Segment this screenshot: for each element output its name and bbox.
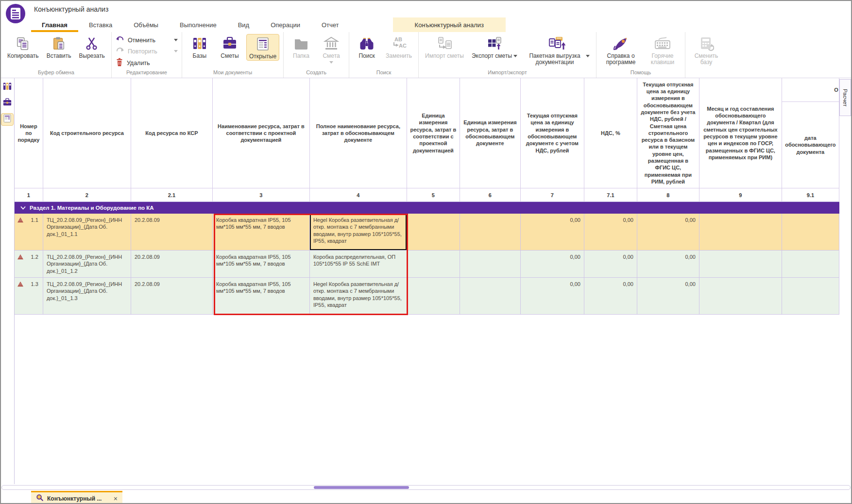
cell-price-vat[interactable]: 0,00 [521, 278, 584, 315]
cut-button[interactable]: Вырезать [77, 34, 107, 60]
cell-code[interactable]: ТЦ_20.2.08.09_{Регион}_{ИНН Организации}… [43, 278, 131, 315]
cell-date[interactable] [782, 214, 839, 251]
section-header-row[interactable]: Раздел 1. Материалы и Оборудование по КА [15, 202, 839, 214]
header-fullname-doc[interactable]: Полное наименование ресурса, затрат в об… [310, 78, 407, 188]
cell-month[interactable] [699, 278, 782, 315]
col-num-5[interactable]: 5 [407, 188, 460, 202]
close-tab-icon[interactable]: × [114, 495, 118, 502]
group-label-search: Поиск [353, 69, 414, 77]
tab-glavnaya[interactable]: Главная [31, 17, 78, 32]
copy-button[interactable]: Копировать [5, 34, 41, 60]
cell-ksr[interactable]: 20.2.08.09 [131, 278, 213, 315]
header-ksr-code[interactable]: Код ресурса по КСР [131, 78, 213, 188]
bases-button[interactable]: Базы [186, 34, 213, 60]
tab-obyomy[interactable]: Объёмы [123, 17, 169, 32]
tab-vid[interactable]: Вид [227, 17, 260, 32]
batch-dropdown-icon[interactable] [586, 55, 590, 57]
change-db-button: Сменить базу [689, 34, 723, 67]
batch-upload-button[interactable]: Пакетная выгрузка документации [523, 34, 592, 67]
batch-upload-icon [548, 34, 567, 53]
cell-fullname[interactable]: Коробка распределительная, ОП 105*105*55… [310, 251, 407, 278]
collapse-chevron-icon[interactable] [20, 205, 26, 211]
col-num-8[interactable]: 8 [637, 188, 699, 202]
calc-side-tab[interactable]: Расчет [839, 79, 851, 116]
col-num-6[interactable]: 6 [460, 188, 521, 202]
cell-price-vat[interactable]: 0,00 [521, 214, 584, 251]
col-num-9[interactable]: 9 [699, 188, 782, 202]
cell-name[interactable]: Коробка квадратная IP55, 105 мм*105 мм*5… [213, 251, 310, 278]
header-month-year[interactable]: Месяц и год составления обосновывающего … [699, 78, 782, 188]
cell-unit-project[interactable] [407, 251, 460, 278]
cell-month[interactable] [699, 251, 782, 278]
header-price-with-vat[interactable]: Текущая отпускная цена за единицу измере… [521, 78, 584, 188]
col-num-3[interactable]: 3 [213, 188, 310, 202]
cell-unit-doc[interactable] [460, 278, 521, 315]
cell-vat[interactable]: 0,00 [584, 214, 637, 251]
col-num-9-1[interactable]: 9.1 [782, 188, 839, 202]
paste-button[interactable]: Вставить [44, 34, 74, 60]
scrollbar-thumb[interactable] [314, 486, 409, 489]
tab-vstavka[interactable]: Вставка [78, 17, 123, 32]
estimates-button[interactable]: Сметы [216, 34, 243, 60]
cell-unit-doc[interactable] [460, 251, 521, 278]
export-smeta-button[interactable]: Экспорт сметы [469, 34, 520, 60]
header-unit-project[interactable]: Единица измерения ресурса, затрат в соот… [407, 78, 460, 188]
scrollbar-track[interactable] [1, 485, 851, 490]
about-button[interactable]: Справка о программе [600, 34, 641, 67]
cell-fullname-selected[interactable]: Hegel Коробка разветвительная д/откр. мо… [310, 214, 407, 251]
document-tab[interactable]: Конъюнктурный ... × [31, 491, 122, 504]
col-num-7-1[interactable]: 7.1 [584, 188, 637, 202]
cell-price[interactable]: 0,00 [637, 251, 699, 278]
group-label-mydocs: Мои документы [186, 69, 279, 77]
export-dropdown-icon[interactable] [513, 55, 517, 57]
header-resource-code[interactable]: Код строительного ресурса [43, 78, 131, 188]
cell-code[interactable]: ТЦ_20.2.08.09_{Регион}_{ИНН Организации}… [43, 251, 131, 278]
tab-operacii[interactable]: Операции [260, 17, 311, 32]
cell-vat[interactable]: 0,00 [584, 278, 637, 315]
cell-date[interactable] [782, 251, 839, 278]
cell-price[interactable]: 0,00 [637, 214, 699, 251]
col-num-4[interactable]: 4 [310, 188, 407, 202]
header-price-without-vat[interactable]: Текущая отпускная цена за единицу измере… [637, 78, 699, 188]
cell-price-vat[interactable]: 0,00 [521, 251, 584, 278]
header-doc-date-group[interactable]: О дата обосновывающего документа [782, 78, 839, 188]
tab-konyunkturny-analiz[interactable]: Конъюнктурный анализ [393, 17, 506, 32]
header-number[interactable]: Номер по порядку [15, 78, 43, 188]
briefcase-mini-icon [2, 98, 12, 109]
cell-name[interactable]: Коробка квадратная IP55, 105 мм*105 мм*5… [213, 278, 310, 315]
sidebar-estimates-button[interactable] [1, 97, 14, 110]
delete-button[interactable]: Удалить [116, 58, 178, 68]
open-document-mini-icon [2, 114, 12, 125]
row-number: 1.3 [31, 281, 38, 287]
sidebar-open-docs-button[interactable] [1, 113, 14, 126]
cell-code[interactable]: ТЦ_20.2.08.09_{Регион}_{ИНН Организации}… [43, 214, 131, 251]
col-num-7[interactable]: 7 [521, 188, 584, 202]
cell-month[interactable] [699, 214, 782, 251]
ribbon-group-mydocs: Базы Сметы [182, 32, 284, 78]
col-num-1[interactable]: 1 [15, 188, 43, 202]
header-unit-doc[interactable]: Единица измерения ресурса, затрат в обос… [460, 78, 521, 188]
undo-button[interactable]: Отменить [116, 35, 178, 45]
group-label-impexp: Импорт/экспорт [423, 69, 592, 77]
cell-price[interactable]: 0,00 [637, 278, 699, 315]
cell-date[interactable] [782, 278, 839, 315]
cell-unit-project[interactable] [407, 278, 460, 315]
cell-vat[interactable]: 0,00 [584, 251, 637, 278]
search-button[interactable]: Поиск [353, 34, 380, 60]
cell-fullname[interactable]: Hegel Коробка разветвительная д/откр. мо… [310, 278, 407, 315]
cell-unit-project[interactable] [407, 214, 460, 251]
cell-unit-doc[interactable] [460, 214, 521, 251]
tab-otchet[interactable]: Отчет [311, 17, 350, 32]
cell-ksr[interactable]: 20.2.08.09 [131, 251, 213, 278]
ribbon-group-clipboard: Копировать Вставить [1, 32, 112, 78]
cell-ksr[interactable]: 20.2.08.09 [131, 214, 213, 251]
tab-vypolnenie[interactable]: Выполнение [169, 17, 227, 32]
header-name-project[interactable]: Наименование ресурса, затрат в соответст… [213, 78, 310, 188]
col-num-2-1[interactable]: 2.1 [131, 188, 213, 202]
open-docs-button[interactable]: Открытые [246, 34, 279, 61]
undo-dropdown-icon[interactable] [174, 39, 178, 41]
sidebar-bases-button[interactable] [1, 81, 14, 94]
col-num-2[interactable]: 2 [43, 188, 131, 202]
cell-name[interactable]: Коробка квадратная IP55, 105 мм*105 мм*5… [213, 214, 310, 251]
header-vat[interactable]: НДС, % [584, 78, 637, 188]
